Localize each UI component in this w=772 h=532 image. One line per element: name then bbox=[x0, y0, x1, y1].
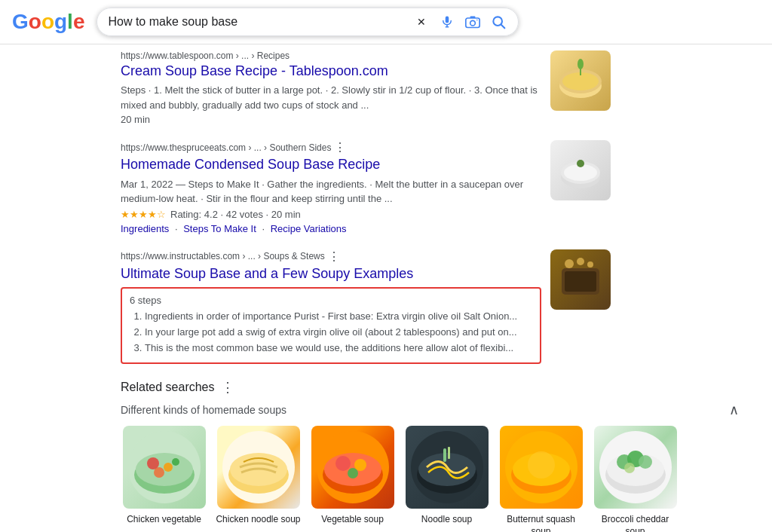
svg-point-28 bbox=[172, 458, 179, 466]
soup-img-butternut bbox=[500, 426, 583, 509]
svg-rect-43 bbox=[448, 447, 450, 459]
svg-point-6 bbox=[476, 20, 478, 21]
result-url-condensed: https://www.thespruceeats.com › ... › So… bbox=[121, 140, 541, 154]
svg-point-38 bbox=[348, 468, 358, 478]
soup-item-broccoli[interactable]: Broccoli cheddar soup bbox=[592, 426, 679, 532]
result-meta-cream: 20 min bbox=[121, 114, 541, 125]
collapse-icon[interactable]: ∧ bbox=[729, 402, 739, 418]
voice-icon[interactable] bbox=[438, 13, 456, 31]
search-bar: ✕ bbox=[96, 8, 519, 36]
svg-point-36 bbox=[335, 456, 351, 471]
result-snippet-cream: Steps · 1. Melt the stick of butter in a… bbox=[121, 83, 541, 112]
soup-img-vegetable bbox=[311, 426, 394, 509]
step-1: Ingredients in order of importance Puris… bbox=[145, 309, 532, 325]
camera-icon[interactable] bbox=[464, 13, 482, 31]
category-text: Different kinds of homemade soups bbox=[121, 404, 286, 416]
link-variations[interactable]: Recipe Variations bbox=[271, 223, 347, 234]
soup-img-broccoli bbox=[594, 426, 677, 509]
header: Google ✕ bbox=[0, 0, 772, 44]
soup-label-butternut: Butternut squash soup bbox=[498, 513, 584, 532]
result-url-ultimate: https://www.instructables.com › ... › So… bbox=[121, 249, 541, 264]
svg-point-21 bbox=[577, 258, 584, 265]
svg-rect-0 bbox=[446, 17, 449, 23]
soup-img-noodle bbox=[406, 426, 489, 509]
related-options-icon[interactable]: ⋮ bbox=[221, 379, 234, 396]
google-logo: Google bbox=[12, 10, 84, 34]
soup-item-vegetable[interactable]: Vegetable soup bbox=[309, 426, 396, 532]
result-title-cream[interactable]: Cream Soup Base Recipe - Tablespoon.com bbox=[121, 63, 388, 78]
svg-point-47 bbox=[528, 451, 555, 478]
svg-point-13 bbox=[577, 59, 584, 69]
svg-point-29 bbox=[154, 467, 164, 478]
soup-label-vegetable: Vegetable soup bbox=[321, 513, 384, 526]
related-title: Related searches bbox=[121, 381, 215, 394]
svg-line-8 bbox=[501, 25, 505, 29]
step-2: In your large pot add a swig of extra vi… bbox=[145, 325, 532, 341]
svg-point-22 bbox=[587, 261, 593, 268]
search-results: https://www.tablespoon.com › ... › Recip… bbox=[0, 44, 679, 364]
svg-point-4 bbox=[470, 20, 476, 26]
svg-point-17 bbox=[577, 160, 584, 167]
soup-label-noodle: Noodle soup bbox=[421, 513, 472, 526]
svg-rect-19 bbox=[565, 271, 596, 292]
result-cream-soup: https://www.tablespoon.com › ... › Recip… bbox=[121, 50, 611, 125]
highlighted-steps-box: 6 steps Ingredients in order of importan… bbox=[121, 287, 541, 363]
related-searches: Related searches ⋮ Different kinds of ho… bbox=[121, 379, 739, 532]
result-snippet-condensed: Mar 1, 2022 — Steps to Make It · Gather … bbox=[121, 177, 541, 206]
search-icon[interactable] bbox=[489, 13, 507, 31]
related-header: Related searches ⋮ bbox=[121, 379, 739, 396]
search-input[interactable] bbox=[108, 15, 406, 29]
link-ingredients[interactable]: Ingredients bbox=[121, 223, 169, 234]
result-options-icon-2[interactable]: ⋮ bbox=[328, 249, 340, 264]
soup-item-butternut[interactable]: Butternut squash soup bbox=[498, 426, 584, 532]
rating-stars: ★★★★☆ bbox=[121, 209, 166, 220]
svg-point-54 bbox=[624, 463, 635, 473]
soup-label-chicken-noodle: Chicken noodle soup bbox=[216, 513, 300, 526]
step-3: This is the most common base we would us… bbox=[145, 341, 532, 356]
svg-rect-42 bbox=[443, 448, 446, 462]
result-title-ultimate[interactable]: Ultimate Soup Base and a Few Soupy Examp… bbox=[121, 266, 413, 281]
result-thumbnail-cream bbox=[550, 50, 611, 111]
steps-list: Ingredients in order of importance Puris… bbox=[130, 309, 532, 356]
result-condensed-soup: https://www.thespruceeats.com › ... › So… bbox=[121, 140, 611, 234]
svg-point-20 bbox=[565, 259, 574, 268]
result-links: Ingredients · Steps To Make It · Recipe … bbox=[121, 223, 541, 234]
soup-img-chicken-veg bbox=[123, 426, 206, 509]
soup-grid: Chicken vegetable Chicken noodle soup bbox=[121, 426, 739, 532]
rating-info: Rating: 4.2 · 42 votes · 20 min bbox=[170, 209, 301, 220]
svg-rect-5 bbox=[470, 17, 476, 19]
result-url: https://www.tablespoon.com › ... › Recip… bbox=[121, 50, 541, 61]
soup-item-chicken-noodle[interactable]: Chicken noodle soup bbox=[215, 426, 302, 532]
steps-label: 6 steps bbox=[130, 295, 532, 306]
soup-item-noodle[interactable]: Noodle soup bbox=[403, 426, 490, 532]
svg-point-53 bbox=[639, 455, 652, 469]
category-label: Different kinds of homemade soups ∧ bbox=[121, 402, 739, 418]
result-thumbnail-ultimate bbox=[550, 249, 611, 310]
clear-icon[interactable]: ✕ bbox=[412, 13, 430, 31]
soup-item-chicken-veg[interactable]: Chicken vegetable bbox=[121, 426, 207, 532]
soup-label-broccoli: Broccoli cheddar soup bbox=[592, 513, 679, 532]
soup-label-chicken-veg: Chicken vegetable bbox=[127, 513, 201, 526]
result-options-icon[interactable]: ⋮ bbox=[334, 140, 346, 154]
result-title-condensed[interactable]: Homemade Condensed Soup Base Recipe bbox=[121, 157, 380, 172]
link-steps[interactable]: Steps To Make It bbox=[183, 223, 256, 234]
result-thumbnail-condensed bbox=[550, 140, 611, 200]
svg-point-27 bbox=[164, 463, 173, 472]
soup-img-chicken-noodle bbox=[217, 426, 300, 509]
result-ultimate-soup: https://www.instructables.com › ... › So… bbox=[121, 249, 611, 364]
search-icons: ✕ bbox=[412, 13, 507, 31]
